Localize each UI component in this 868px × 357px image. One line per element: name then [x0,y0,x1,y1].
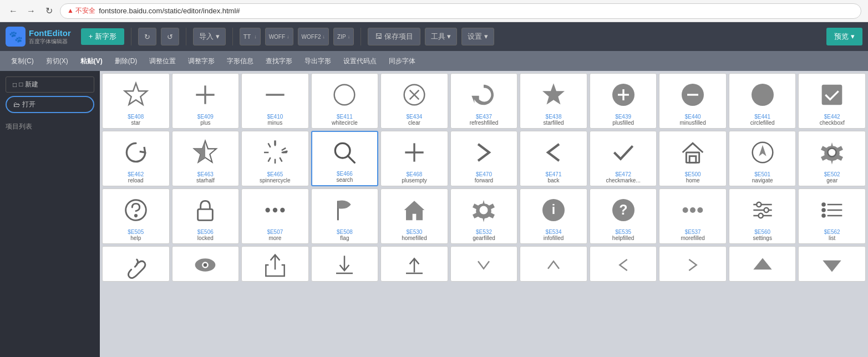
icon-cell-E534[interactable]: i $E534 infofilled [520,188,587,244]
cut-button[interactable]: 剪切(X) [40,54,74,68]
adjust-position-button[interactable]: 调整位置 [144,54,181,68]
icon-code-E442: $E442 [824,114,840,120]
tools-button[interactable]: 工具 ▾ [425,28,458,45]
icon-cell-E560[interactable]: $E560 settings [729,188,796,244]
icon-cell-E441[interactable]: $E441 circlefilled [729,73,796,129]
svg-point-14 [752,84,774,106]
home-icon [662,136,724,169]
preview-button[interactable]: 预览 ▾ [826,28,862,45]
sync-font-button[interactable]: 同步字体 [383,54,421,68]
icon-cell-E437[interactable]: $E437 refreshfilled [450,73,518,129]
woff2-button[interactable]: WOFF2↓ [298,28,329,45]
icon-cell-E434[interactable]: $E434 clear [380,73,448,129]
tt-button[interactable]: TT ↓ [240,28,261,45]
icon-cell-E463[interactable]: $E463 starhalf [172,131,240,186]
icon-cell-E502[interactable]: $E502 gear [798,131,866,186]
icon-cell-r4-1[interactable] [102,246,170,282]
icon-cell-E470[interactable]: $E470 forward [450,131,518,186]
redo-button[interactable]: ↺ [161,28,179,45]
icon-cell-E438[interactable]: $E438 starfilled [520,73,587,129]
icon-name-E442: checkboxf [820,120,845,126]
icon-cell-E442[interactable]: $E442 checkboxf [798,73,866,129]
tt-label: TT [243,33,251,40]
icon-cell-r4-8[interactable] [590,246,657,282]
delete-button[interactable]: 删除(D) [109,54,143,68]
reload-nav-button[interactable]: ↻ [42,4,55,18]
icon-cell-E508[interactable]: $E508 flag [311,188,379,244]
logo-text-area: FontEditor 百度字体编辑器 [29,28,71,45]
sidebar-open-button[interactable]: 🗁 打开 [6,96,94,113]
adjust-glyph-button[interactable]: 调整字形 [182,54,220,68]
icon-name-E410: minus [268,120,283,126]
icon-cell-E530[interactable]: $E530 homefilled [380,188,448,244]
icon-cell-E532[interactable]: $E532 gearfilled [450,188,518,244]
icon-cell-r4-6[interactable] [450,246,518,282]
icon-cell-E411[interactable]: $E411 whitecircle [311,73,379,129]
icon-cell-E535[interactable]: ? $E535 helpfilled [590,188,657,244]
export-glyph-button[interactable]: 导出字形 [299,54,337,68]
icon-cell-E466[interactable]: $E466 search [311,131,379,186]
new-glyph-button[interactable]: + 新字形 [81,28,124,45]
icon-cell-E468[interactable]: $E468 plusempty [380,131,448,186]
find-glyph-button[interactable]: 查找字形 [260,54,298,68]
svg-point-63 [823,209,825,212]
save-button[interactable]: 🖫 保存项目 [368,28,420,45]
icon-cell-E409[interactable]: $E409 plus [172,73,240,129]
svg-point-42 [265,208,270,212]
svg-marker-0 [125,83,147,104]
gearfilled-icon [453,193,515,227]
forward-nav-button[interactable]: → [24,4,38,18]
download-icon [314,251,376,279]
woff-button[interactable]: WOFF↓ [265,28,293,45]
icon-cell-E440[interactable]: $E440 minusfilled [659,73,727,129]
icon-cell-r4-9[interactable] [659,246,727,282]
icon-cell-E408[interactable]: $E408 star [102,73,170,129]
settings-button[interactable]: 设置 ▾ [461,28,494,45]
icon-cell-E410[interactable]: $E410 minus [241,73,309,129]
icon-cell-E562[interactable]: $E562 list [798,188,866,244]
icon-code-E471: $E471 [546,171,562,177]
icon-cell-E500[interactable]: $E500 home [659,131,727,186]
icon-cell-E506[interactable]: $E506 locked [172,188,240,244]
undo-button[interactable]: ↻ [138,28,156,45]
svg-point-47 [480,206,488,215]
icon-cell-E472[interactable]: $E472 checkmarke... [590,131,657,186]
svg-point-58 [757,202,761,207]
icon-cell-E439[interactable]: $E439 plusfilled [590,73,657,129]
icon-cell-r4-4[interactable] [311,246,379,282]
icon-cell-E501[interactable]: $E501 navigate [729,131,796,186]
address-bar[interactable]: ▲ 不安全 fontstore.baidu.com/static/editor/… [60,3,861,19]
icon-cell-E537[interactable]: $E537 morefilled [659,188,727,244]
icon-cell-E462[interactable]: $E462 reload [102,131,170,186]
divider-3 [232,28,233,45]
copy-button[interactable]: 复制(C) [6,54,39,68]
icon-cell-r4-7[interactable] [520,246,587,282]
icon-cell-r4-3[interactable] [241,246,309,282]
icon-cell-r4-10[interactable] [729,246,796,282]
edit-toolbar: 复制(C) 剪切(X) 粘贴(V) 删除(D) 调整位置 调整字形 字形信息 查… [0,51,868,71]
back-nav-button[interactable]: ← [7,4,20,18]
refreshfilled-icon [453,78,515,111]
icon-cell-E471[interactable]: $E471 back [520,131,587,186]
set-codepoint-button[interactable]: 设置代码点 [338,54,382,68]
sidebar-new-button[interactable]: □ □ 新建 [6,76,94,93]
paste-button[interactable]: 粘贴(V) [75,54,108,68]
import-button[interactable]: 导入 ▾ [193,28,226,45]
icon-cell-E507[interactable]: $E507 more [241,188,309,244]
arrow-left-icon [592,251,654,279]
svg-rect-33 [686,152,699,162]
sidebar-open-label: 打开 [22,100,35,109]
navigate-icon [732,136,794,169]
plusempty-icon [383,136,445,169]
icon-cell-r4-11[interactable] [798,246,866,282]
icon-cell-r4-2[interactable] [172,246,240,282]
svg-marker-36 [759,145,766,156]
icon-name-E468: plusempty [402,177,427,183]
glyph-info-button[interactable]: 字形信息 [221,54,259,68]
icon-cell-E465[interactable]: $E465 spinnercycle [241,131,309,186]
icon-cell-E505[interactable]: $E505 help [102,188,170,244]
icon-cell-r4-5[interactable] [380,246,448,282]
zip-button[interactable]: ZIP↓ [333,28,354,45]
new-icon: □ [13,81,17,89]
icon-grid-container[interactable]: $E408 star $E409 plus [100,71,868,357]
